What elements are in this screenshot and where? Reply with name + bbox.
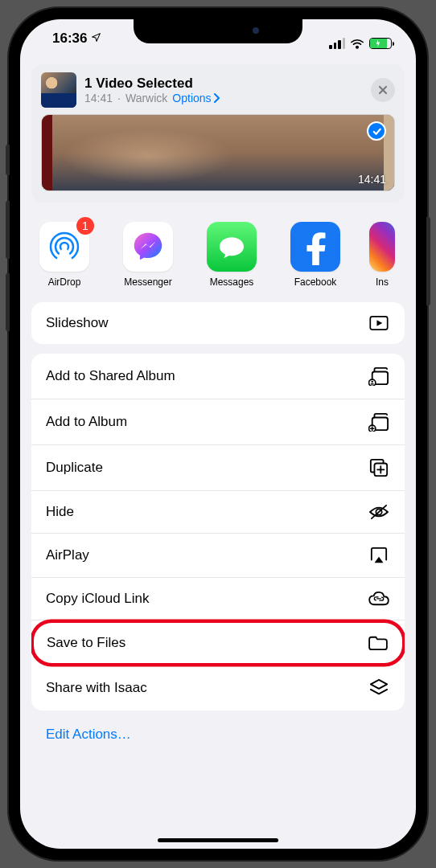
battery-icon: [369, 38, 392, 49]
app-label: AirDrop: [48, 276, 81, 288]
power-button: [426, 217, 430, 305]
close-button[interactable]: [371, 78, 395, 102]
app-airdrop[interactable]: 1 AirDrop: [35, 222, 94, 288]
options-label: Options: [172, 92, 211, 104]
app-instagram[interactable]: Ins: [369, 222, 395, 288]
share-header: 1 Video Selected 14:41 · Warwick Options: [31, 64, 405, 203]
phone-frame: 16:36 1 Video S: [9, 8, 427, 860]
messages-icon: [216, 231, 248, 263]
play-icon: [368, 315, 390, 331]
status-time: 16:36: [52, 31, 101, 56]
app-label: Facebook: [294, 276, 337, 288]
hide-icon: [368, 504, 390, 520]
album-shared-icon: [368, 366, 390, 386]
album-add-icon: [368, 412, 390, 432]
action-label: Copy iCloud Link: [46, 591, 150, 607]
action-group-slideshow: Slideshow: [31, 302, 405, 344]
airdrop-icon: [45, 227, 84, 266]
action-label: Share with Isaac: [46, 680, 147, 696]
share-apps-row[interactable]: 1 AirDrop: [31, 203, 405, 302]
action-group-main: Add to Shared Album Add to Album Duplica…: [31, 354, 405, 710]
airdrop-badge: 1: [76, 217, 94, 235]
action-save-to-files[interactable]: Save to Files: [34, 623, 402, 663]
action-copy-icloud-link[interactable]: Copy iCloud Link: [31, 578, 405, 620]
action-hide[interactable]: Hide: [31, 491, 405, 534]
action-airplay[interactable]: AirPlay: [31, 534, 405, 578]
selection-time: 14:41: [84, 92, 113, 104]
action-add-album[interactable]: Add to Album: [31, 399, 405, 445]
clock-label: 16:36: [52, 31, 87, 46]
selection-subtitle: 14:41 · Warwick Options: [84, 92, 363, 104]
action-add-shared-album[interactable]: Add to Shared Album: [31, 354, 405, 399]
action-label: Slideshow: [46, 315, 109, 331]
notch: [134, 19, 302, 43]
duplicate-icon: [368, 458, 390, 477]
selection-location: Warwick: [125, 92, 167, 104]
messenger-icon: [130, 228, 167, 265]
action-label: Hide: [46, 504, 74, 520]
volume-down: [6, 273, 10, 331]
facebook-icon: [302, 228, 329, 265]
folder-icon: [367, 635, 389, 651]
home-indicator[interactable]: [158, 838, 278, 842]
action-label: Duplicate: [46, 460, 103, 476]
airplay-icon: [368, 547, 390, 564]
action-label: Add to Shared Album: [46, 368, 175, 384]
stack-icon: [368, 678, 390, 698]
edit-actions-link[interactable]: Edit Actions…: [31, 720, 405, 757]
app-label: Messenger: [124, 276, 171, 288]
app-messenger[interactable]: Messenger: [118, 222, 178, 288]
options-link[interactable]: Options: [172, 92, 219, 104]
volume-up: [6, 201, 10, 259]
action-label: Add to Album: [46, 414, 127, 430]
action-label: AirPlay: [46, 547, 89, 563]
location-arrow-icon: [91, 32, 101, 43]
action-share-with-isaac[interactable]: Share with Isaac: [31, 665, 405, 710]
action-label: Save to Files: [47, 635, 125, 651]
video-duration: 14:41: [358, 173, 386, 186]
share-sheet: 1 Video Selected 14:41 · Warwick Options: [20, 56, 416, 757]
app-messages[interactable]: Messages: [202, 222, 261, 288]
action-slideshow[interactable]: Slideshow: [31, 302, 405, 344]
app-label: Messages: [210, 276, 254, 288]
cell-signal-icon: [329, 38, 345, 49]
close-icon: [378, 85, 388, 95]
app-label: Ins: [369, 276, 395, 288]
dot-separator: ·: [117, 92, 121, 104]
selection-thumbnail[interactable]: [41, 72, 76, 108]
action-duplicate[interactable]: Duplicate: [31, 445, 405, 491]
app-facebook[interactable]: Facebook: [286, 222, 345, 288]
wifi-icon: [350, 38, 364, 49]
cloud-link-icon: [368, 591, 390, 607]
chevron-right-icon: [213, 93, 220, 103]
selected-checkmark-icon: [367, 121, 386, 141]
mute-switch: [6, 145, 10, 175]
video-preview[interactable]: 14:41: [41, 114, 395, 191]
screen: 16:36 1 Video S: [20, 19, 416, 849]
svg-point-6: [371, 381, 372, 383]
selection-title: 1 Video Selected: [84, 76, 363, 92]
